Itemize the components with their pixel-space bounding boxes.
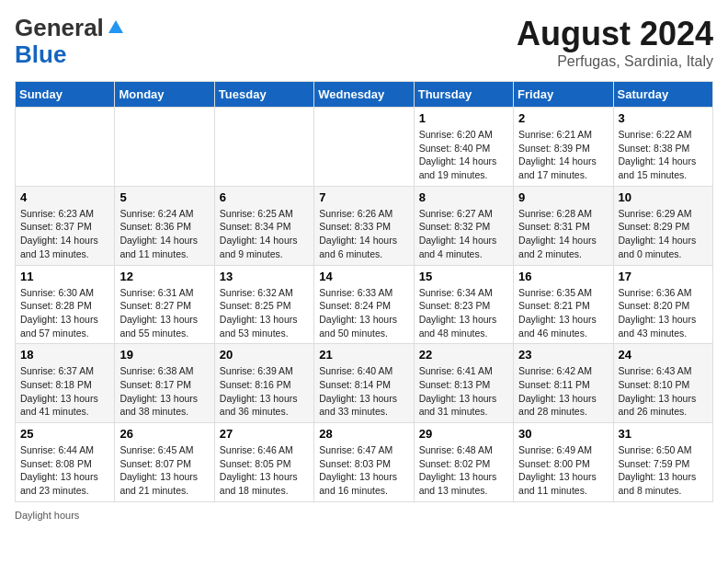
subtitle: Perfugas, Sardinia, Italy	[517, 53, 713, 70]
day-number: 2	[518, 111, 608, 125]
calendar-cell-5-3: 27Sunrise: 6:46 AM Sunset: 8:05 PM Dayli…	[214, 423, 313, 502]
calendar-cell-1-7: 3Sunrise: 6:22 AM Sunset: 8:38 PM Daylig…	[613, 108, 712, 187]
calendar-cell-2-3: 6Sunrise: 6:25 AM Sunset: 8:34 PM Daylig…	[214, 186, 313, 265]
calendar-cell-2-4: 7Sunrise: 6:26 AM Sunset: 8:33 PM Daylig…	[314, 186, 414, 265]
day-info: Sunrise: 6:25 AM Sunset: 8:34 PM Dayligh…	[220, 207, 309, 261]
day-info: Sunrise: 6:41 AM Sunset: 8:13 PM Dayligh…	[419, 364, 508, 419]
day-info: Sunrise: 6:29 AM Sunset: 8:29 PM Dayligh…	[619, 207, 708, 261]
calendar-week-1: 1Sunrise: 6:20 AM Sunset: 8:40 PM Daylig…	[16, 108, 713, 187]
day-number: 30	[518, 427, 608, 441]
calendar-table: SundayMondayTuesdayWednesdayThursdayFrid…	[15, 81, 713, 502]
logo: General Blue	[15, 15, 124, 67]
calendar-cell-2-5: 8Sunrise: 6:27 AM Sunset: 8:32 PM Daylig…	[414, 186, 513, 265]
calendar-header-wednesday: Wednesday	[314, 82, 414, 108]
day-number: 1	[419, 111, 508, 125]
day-info: Sunrise: 6:48 AM Sunset: 8:02 PM Dayligh…	[419, 443, 508, 498]
day-info: Sunrise: 6:22 AM Sunset: 8:38 PM Dayligh…	[619, 128, 708, 182]
day-number: 17	[619, 270, 708, 283]
day-info: Sunrise: 6:35 AM Sunset: 8:21 PM Dayligh…	[518, 286, 608, 340]
day-info: Sunrise: 6:27 AM Sunset: 8:32 PM Dayligh…	[419, 207, 508, 261]
day-info: Sunrise: 6:21 AM Sunset: 8:39 PM Dayligh…	[518, 128, 608, 182]
day-number: 11	[20, 270, 109, 283]
calendar-cell-5-1: 25Sunrise: 6:44 AM Sunset: 8:08 PM Dayli…	[16, 423, 115, 502]
calendar-week-5: 25Sunrise: 6:44 AM Sunset: 8:08 PM Dayli…	[16, 423, 713, 502]
calendar-cell-5-7: 31Sunrise: 6:50 AM Sunset: 7:59 PM Dayli…	[613, 423, 712, 502]
calendar-cell-2-7: 10Sunrise: 6:29 AM Sunset: 8:29 PM Dayli…	[613, 186, 712, 265]
calendar-header-thursday: Thursday	[414, 82, 513, 108]
logo-general-text: General	[15, 15, 104, 41]
title-area: August 2024 Perfugas, Sardinia, Italy	[517, 15, 713, 70]
calendar-cell-3-2: 12Sunrise: 6:31 AM Sunset: 8:27 PM Dayli…	[115, 265, 214, 344]
day-info: Sunrise: 6:23 AM Sunset: 8:37 PM Dayligh…	[20, 207, 109, 261]
calendar-week-2: 4Sunrise: 6:23 AM Sunset: 8:37 PM Daylig…	[16, 186, 713, 265]
day-number: 23	[518, 348, 608, 362]
calendar-cell-1-1	[16, 108, 115, 187]
calendar-cell-3-5: 15Sunrise: 6:34 AM Sunset: 8:23 PM Dayli…	[414, 265, 513, 344]
day-number: 6	[220, 190, 309, 204]
day-number: 15	[419, 270, 508, 283]
day-number: 7	[319, 190, 408, 204]
day-info: Sunrise: 6:40 AM Sunset: 8:14 PM Dayligh…	[319, 364, 408, 419]
day-number: 13	[220, 270, 309, 283]
calendar-header-sunday: Sunday	[16, 82, 115, 108]
day-info: Sunrise: 6:31 AM Sunset: 8:27 PM Dayligh…	[119, 286, 209, 340]
day-info: Sunrise: 6:20 AM Sunset: 8:40 PM Dayligh…	[419, 128, 508, 182]
day-info: Sunrise: 6:36 AM Sunset: 8:20 PM Dayligh…	[619, 286, 708, 340]
day-number: 16	[518, 270, 608, 283]
calendar-cell-5-6: 30Sunrise: 6:49 AM Sunset: 8:00 PM Dayli…	[514, 423, 613, 502]
calendar-cell-3-7: 17Sunrise: 6:36 AM Sunset: 8:20 PM Dayli…	[613, 265, 712, 344]
day-info: Sunrise: 6:43 AM Sunset: 8:10 PM Dayligh…	[619, 364, 708, 419]
day-number: 27	[220, 427, 309, 441]
day-number: 19	[119, 348, 209, 362]
day-info: Sunrise: 6:26 AM Sunset: 8:33 PM Dayligh…	[319, 207, 408, 261]
calendar-cell-1-2	[115, 108, 214, 187]
day-number: 5	[119, 190, 209, 204]
day-number: 25	[20, 427, 109, 441]
calendar-cell-2-1: 4Sunrise: 6:23 AM Sunset: 8:37 PM Daylig…	[16, 186, 115, 265]
day-info: Sunrise: 6:50 AM Sunset: 7:59 PM Dayligh…	[619, 443, 708, 498]
day-number: 3	[619, 111, 708, 125]
day-info: Sunrise: 6:39 AM Sunset: 8:16 PM Dayligh…	[220, 364, 309, 419]
svg-marker-0	[108, 20, 123, 33]
day-number: 10	[619, 190, 708, 204]
calendar-header-row: SundayMondayTuesdayWednesdayThursdayFrid…	[16, 82, 713, 108]
day-number: 28	[319, 427, 408, 441]
calendar-cell-4-1: 18Sunrise: 6:37 AM Sunset: 8:18 PM Dayli…	[16, 344, 115, 423]
day-info: Sunrise: 6:47 AM Sunset: 8:03 PM Dayligh…	[319, 443, 408, 498]
logo-blue-text: Blue	[15, 41, 66, 68]
day-info: Sunrise: 6:45 AM Sunset: 8:07 PM Dayligh…	[119, 443, 209, 498]
day-info: Sunrise: 6:24 AM Sunset: 8:36 PM Dayligh…	[119, 207, 209, 261]
day-number: 22	[419, 348, 508, 362]
calendar-cell-1-6: 2Sunrise: 6:21 AM Sunset: 8:39 PM Daylig…	[514, 108, 613, 187]
day-info: Sunrise: 6:34 AM Sunset: 8:23 PM Dayligh…	[419, 286, 508, 340]
calendar-cell-1-3	[214, 108, 313, 187]
day-number: 8	[419, 190, 508, 204]
day-info: Sunrise: 6:37 AM Sunset: 8:18 PM Dayligh…	[20, 364, 109, 419]
calendar-cell-5-5: 29Sunrise: 6:48 AM Sunset: 8:02 PM Dayli…	[414, 423, 513, 502]
day-number: 4	[20, 190, 109, 204]
day-info: Sunrise: 6:28 AM Sunset: 8:31 PM Dayligh…	[518, 207, 608, 261]
calendar-cell-3-3: 13Sunrise: 6:32 AM Sunset: 8:25 PM Dayli…	[214, 265, 313, 344]
calendar-cell-4-3: 20Sunrise: 6:39 AM Sunset: 8:16 PM Dayli…	[214, 344, 313, 423]
main-title: August 2024	[517, 15, 713, 53]
calendar-cell-5-4: 28Sunrise: 6:47 AM Sunset: 8:03 PM Dayli…	[314, 423, 414, 502]
calendar-cell-3-4: 14Sunrise: 6:33 AM Sunset: 8:24 PM Dayli…	[314, 265, 414, 344]
day-number: 14	[319, 270, 408, 283]
calendar-cell-4-2: 19Sunrise: 6:38 AM Sunset: 8:17 PM Dayli…	[115, 344, 214, 423]
calendar-cell-4-4: 21Sunrise: 6:40 AM Sunset: 8:14 PM Dayli…	[314, 344, 414, 423]
day-info: Sunrise: 6:33 AM Sunset: 8:24 PM Dayligh…	[319, 286, 408, 340]
logo-triangle-icon	[108, 18, 124, 39]
calendar-cell-5-2: 26Sunrise: 6:45 AM Sunset: 8:07 PM Dayli…	[115, 423, 214, 502]
calendar-cell-2-2: 5Sunrise: 6:24 AM Sunset: 8:36 PM Daylig…	[115, 186, 214, 265]
calendar-header-saturday: Saturday	[613, 82, 712, 108]
day-number: 24	[619, 348, 708, 362]
calendar-header-friday: Friday	[514, 82, 613, 108]
daylight-label: Daylight hours	[15, 510, 79, 521]
day-number: 29	[419, 427, 508, 441]
footer: Daylight hours	[15, 510, 713, 521]
calendar-week-3: 11Sunrise: 6:30 AM Sunset: 8:28 PM Dayli…	[16, 265, 713, 344]
calendar-cell-2-6: 9Sunrise: 6:28 AM Sunset: 8:31 PM Daylig…	[514, 186, 613, 265]
calendar-cell-1-4	[314, 108, 414, 187]
calendar-cell-3-1: 11Sunrise: 6:30 AM Sunset: 8:28 PM Dayli…	[16, 265, 115, 344]
day-number: 9	[518, 190, 608, 204]
